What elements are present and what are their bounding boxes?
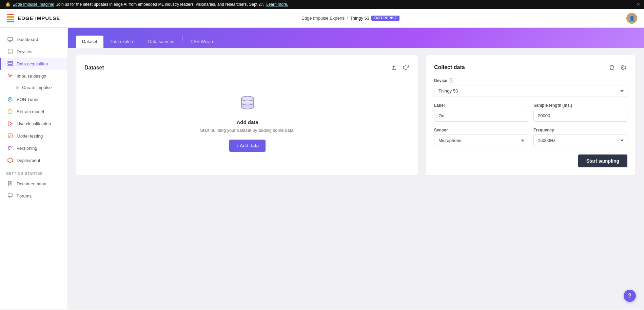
sidebar-label-documentation: Documentation [17,181,46,186]
sensor-label: Sensor [434,128,528,132]
sidebar-item-live-classification[interactable]: Live classification [0,118,67,130]
sample-length-field-group: Sample length (ms.) [533,103,627,122]
collect-data-card: Collect data Device ? [426,55,636,176]
sidebar-item-devices[interactable]: Devices [0,45,67,58]
sidebar-item-versioning[interactable]: Versioning [0,142,67,154]
device-select[interactable]: Thingy 53 [434,85,627,97]
device-icon [7,48,13,55]
announcement-close-button[interactable]: × [637,1,640,7]
sample-length-input[interactable] [533,110,627,122]
sidebar-item-eon-tuner[interactable]: EON Tuner [0,93,67,105]
org-name: Edge Impulse Experts [301,16,345,21]
versioning-icon [7,145,13,151]
avatar[interactable]: 👤 [626,13,637,24]
collect-data-title: Collect data [434,64,465,70]
eon-icon [7,96,13,102]
label-field-label: Label [434,103,528,108]
announcement-icon: 🔔 [5,2,11,7]
sidebar: Dashboard Devices Data acquisition Impul… [0,28,68,309]
sidebar-item-data-acquisition[interactable]: Data acquisition [0,58,67,70]
tabs-header: Dataset Data explorer Data sources | CSV… [68,28,644,48]
sidebar-label-forums: Forums [17,193,32,199]
tab-data-explorer[interactable]: Data explorer [103,36,142,48]
sidebar-label-eon-tuner: EON Tuner [17,97,39,102]
data-icon [7,61,13,67]
sub-dot-icon [16,86,19,89]
main-content: Dataset Data explorer Data sources | CSV… [68,28,644,309]
dataset-card: Dataset Add data Start [76,55,419,176]
sidebar-item-dashboard[interactable]: Dashboard [0,33,67,45]
svg-marker-10 [9,122,12,126]
svg-point-13 [11,146,12,147]
retrain-icon [7,108,13,115]
start-sampling-button[interactable]: Start sampling [578,154,627,167]
label-field-group: Label [434,103,528,122]
tab-csv-wizard[interactable]: CSV Wizard [184,36,221,48]
announcement-bar: 🔔 Edge Impulse Imagine! Join us for the … [0,0,644,9]
empty-dataset-desc: Start building your dataset by adding so… [200,128,295,133]
sidebar-item-model-testing[interactable]: Model testing [0,130,67,142]
sidebar-label-live-classification: Live classification [17,121,51,126]
sidebar-item-documentation[interactable]: Documentation [0,178,67,190]
logo-icon [7,14,14,22]
svg-rect-3 [8,49,12,54]
impulse-icon [7,73,13,79]
device-label: Device ? [434,78,627,83]
svg-rect-5 [8,61,13,62]
layout: Dashboard Devices Data acquisition Impul… [0,28,644,309]
frequency-label: Frequency [533,128,627,132]
sidebar-item-create-impulse[interactable]: Create impulse [0,82,67,93]
learn-more-link[interactable]: Learn more. [266,2,288,7]
collect-data-actions [608,63,627,71]
svg-rect-6 [8,63,13,64]
delete-button[interactable] [608,63,616,71]
breadcrumb-separator: / [347,16,348,21]
sidebar-item-forums[interactable]: Forums [0,190,67,202]
database-icon [239,95,256,114]
frequency-select[interactable]: 16000Hz 8000Hz 44100Hz [533,135,627,146]
sidebar-label-model-testing: Model testing [17,133,43,139]
sample-length-label: Sample length (ms.) [533,103,627,108]
cloud-upload-button[interactable] [402,63,410,72]
add-data-button[interactable]: + Add data [229,140,266,152]
sidebar-label-retrain-model: Retrain model [17,109,44,114]
help-fab-button[interactable]: ? [624,290,636,302]
frequency-field-group: Frequency 16000Hz 8000Hz 44100Hz [533,128,627,146]
svg-point-14 [8,149,9,150]
svg-rect-0 [8,37,13,41]
monitor-icon [7,36,13,42]
tab-dataset[interactable]: Dataset [76,36,103,48]
testing-icon [7,133,13,139]
tab-data-sources[interactable]: Data sources [142,36,180,48]
label-sample-row: Label Sample length (ms.) [434,103,627,122]
announcement-link[interactable]: Edge Impulse Imagine! [13,2,54,7]
sidebar-item-impulse-design[interactable]: Impulse design [0,70,67,82]
enterprise-badge: ENTERPRISE [371,16,399,21]
logo-area: EDGE IMPULSE [7,14,75,22]
device-help-icon[interactable]: ? [449,78,453,83]
header-center: Edge Impulse Experts / Thingy 53 ENTERPR… [301,16,399,21]
forums-icon [7,193,13,199]
svg-point-12 [8,146,9,147]
upload-button[interactable] [389,63,398,72]
device-field-row: Device ? Thingy 53 [434,78,627,97]
app-header: EDGE IMPULSE Edge Impulse Experts / Thin… [0,9,644,28]
svg-rect-7 [8,65,13,66]
sensor-field-group: Sensor Microphone Accelerometer Gyroscop… [434,128,528,146]
settings-button[interactable] [619,63,627,71]
sidebar-item-retrain-model[interactable]: Retrain model [0,105,67,118]
getting-started-label: GETTING STARTED [0,166,67,178]
sidebar-label-dashboard: Dashboard [17,37,38,42]
sidebar-item-deployment[interactable]: Deployment [0,154,67,166]
dataset-header-actions [389,63,410,72]
sensor-select[interactable]: Microphone Accelerometer Gyroscope [434,135,528,146]
sidebar-label-versioning: Versioning [17,146,37,151]
content-area: Dataset Add data Start [68,48,644,183]
collect-data-header: Collect data [434,63,627,71]
deployment-icon [7,157,13,163]
logo-text: EDGE IMPULSE [18,15,60,21]
label-input[interactable] [434,110,528,122]
dataset-title: Dataset [84,65,104,71]
sidebar-label-data-acquisition: Data acquisition [17,61,48,66]
empty-dataset-title: Add data [236,119,258,125]
